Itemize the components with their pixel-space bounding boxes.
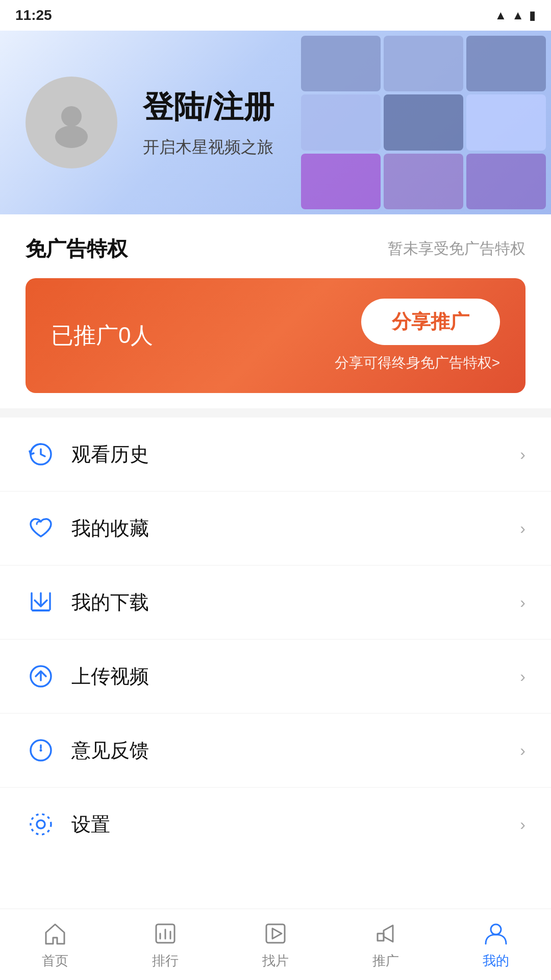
menu-item-feedback[interactable]: 意见反馈 ›: [0, 714, 551, 788]
promo-banner[interactable]: 已推广0人 分享推广 分享可得终身免广告特权>: [26, 278, 525, 393]
privilege-card: 免广告特权 暂未享受免广告特权 已推广0人 分享推广 分享可得终身免广告特权>: [0, 214, 551, 418]
rank-nav-icon: [151, 919, 180, 948]
arrow-icon-settings: ›: [520, 815, 525, 834]
profile-login-title: 登陆/注册: [143, 87, 274, 128]
menu-label-settings: 设置: [71, 812, 520, 838]
menu-label-download: 我的下载: [71, 590, 520, 616]
menu-label-favorites: 我的收藏: [71, 516, 520, 542]
menu-label-feedback: 意见反馈: [71, 738, 520, 764]
settings-icon: [26, 809, 56, 840]
svg-point-8: [31, 814, 51, 835]
nav-label-rank: 排行: [152, 952, 179, 970]
mine-nav-icon: [482, 919, 510, 948]
svg-point-6: [40, 749, 42, 752]
home-nav-icon: [41, 919, 69, 948]
nav-label-find: 找片: [262, 952, 289, 970]
main-content: 免广告特权 暂未享受免广告特权 已推广0人 分享推广 分享可得终身免广告特权>: [0, 214, 551, 943]
avatar[interactable]: [26, 77, 117, 168]
feedback-icon: [26, 735, 56, 766]
privilege-status: 暂未享受免广告特权: [388, 238, 525, 259]
promote-nav-icon: [371, 919, 400, 948]
nav-label-promote: 推广: [372, 952, 399, 970]
nav-item-promote[interactable]: 推广: [331, 919, 441, 970]
arrow-icon-feedback: ›: [520, 741, 525, 760]
promo-count: 已推广0人: [51, 321, 153, 351]
menu-item-upload[interactable]: 上传视频 ›: [0, 640, 551, 714]
heart-icon: [26, 513, 56, 544]
arrow-icon-history: ›: [520, 445, 525, 464]
profile-info: 登陆/注册 开启木星视频之旅: [143, 87, 274, 159]
privilege-title: 免广告特权: [26, 235, 128, 263]
find-nav-icon: [261, 919, 290, 948]
nav-item-home[interactable]: 首页: [0, 919, 110, 970]
menu-item-favorites[interactable]: 我的收藏 ›: [0, 492, 551, 566]
menu-list: 观看历史 › 我的收藏 ›: [0, 418, 551, 861]
privilege-header: 免广告特权 暂未享受免广告特权: [26, 235, 525, 263]
arrow-icon-download: ›: [520, 593, 525, 612]
battery-icon: ▮: [529, 8, 536, 22]
status-time: 11:25: [15, 7, 52, 23]
arrow-icon-upload: ›: [520, 667, 525, 686]
svg-rect-3: [32, 609, 50, 611]
bottom-nav: 首页 排行 找片 推广: [0, 909, 551, 980]
share-promote-button[interactable]: 分享推广: [361, 299, 500, 345]
svg-marker-11: [272, 928, 282, 939]
menu-item-download[interactable]: 我的下载 ›: [0, 566, 551, 640]
nav-label-home: 首页: [42, 952, 68, 970]
menu-label-history: 观看历史: [71, 442, 520, 468]
signal-icon: ▲: [512, 8, 524, 22]
svg-point-1: [55, 126, 88, 148]
status-bar: 11:25 ▲ ▲ ▮: [0, 0, 551, 31]
nav-item-rank[interactable]: 排行: [110, 919, 220, 970]
nav-item-mine[interactable]: 我的: [441, 919, 551, 970]
promo-right: 分享推广 分享可得终身免广告特权>: [335, 299, 500, 373]
bg-decoration: [296, 31, 551, 214]
svg-point-7: [37, 820, 45, 828]
download-icon: [26, 587, 56, 618]
nav-item-find[interactable]: 找片: [220, 919, 331, 970]
svg-point-0: [61, 106, 82, 127]
menu-item-history[interactable]: 观看历史 ›: [0, 418, 551, 492]
wifi-icon: ▲: [494, 8, 507, 22]
history-icon: [26, 439, 56, 470]
menu-item-settings[interactable]: 设置 ›: [0, 788, 551, 861]
profile-subtitle: 开启木星视频之旅: [143, 136, 274, 159]
menu-label-upload: 上传视频: [71, 664, 520, 690]
arrow-icon-favorites: ›: [520, 519, 525, 538]
nav-label-mine: 我的: [483, 952, 509, 970]
upload-icon: [26, 661, 56, 692]
profile-banner[interactable]: 登陆/注册 开启木星视频之旅: [0, 31, 551, 214]
svg-point-12: [491, 924, 501, 935]
status-icons: ▲ ▲ ▮: [494, 8, 536, 22]
promo-hint: 分享可得终身免广告特权>: [335, 353, 500, 373]
